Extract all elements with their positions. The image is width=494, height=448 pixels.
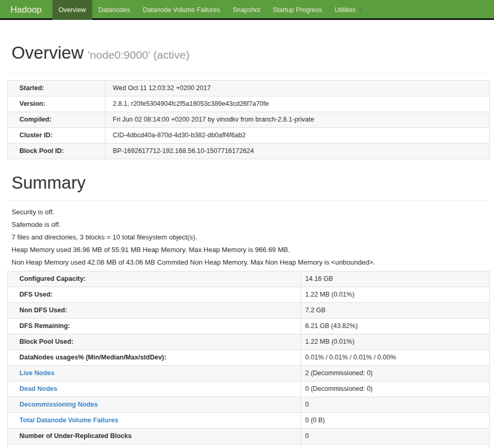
page-title-text: Overview xyxy=(12,43,84,62)
row-blocks-pending-deletion: Number of Blocks Pending Deletion 0 xyxy=(8,444,490,448)
tab-snapshot-link[interactable]: Snapshot xyxy=(226,0,266,20)
row-non-dfs-used: Non DFS Used: 7.2 GB xyxy=(8,303,490,319)
tab-startup-progress-link[interactable]: Startup Progress xyxy=(266,0,328,20)
row-total-datanode-volume-failures-value: 0 (0 B) xyxy=(301,413,490,429)
row-blocks-pending-deletion-value: 0 xyxy=(301,444,490,448)
row-dfs-remaining-label: DFS Remaining: xyxy=(8,319,301,334)
row-started-label: Started: xyxy=(8,81,105,96)
non-heap-memory-text: Non Heap Memory used 42.08 MB of 43.06 M… xyxy=(12,258,487,266)
row-dfs-remaining: DFS Remaining: 6.21 GB (43.82%) xyxy=(8,319,490,334)
row-dead-nodes-label: Dead Nodes xyxy=(8,381,301,397)
namenode-info-table: Started: Wed Oct 11 12:03:32 +0200 2017 … xyxy=(7,80,490,159)
row-datanodes-usages: DataNodes usages% (Min/Median/Max/stdDev… xyxy=(8,350,490,366)
row-compiled-label: Compiled: xyxy=(8,112,105,128)
row-cluster-id-label: Cluster ID: xyxy=(8,128,105,144)
row-non-dfs-used-value: 7.2 GB xyxy=(301,303,490,319)
row-non-dfs-used-label: Non DFS Used: xyxy=(8,303,301,319)
row-configured-capacity-label: Configured Capacity: xyxy=(8,271,301,287)
row-under-replicated-blocks: Number of Under-Replicated Blocks 0 xyxy=(8,429,490,444)
row-version-label: Version: xyxy=(8,96,105,112)
dead-nodes-link[interactable]: Dead Nodes xyxy=(19,385,57,392)
row-dead-nodes-value: 0 (Decommissioned: 0) xyxy=(301,381,490,397)
page-title-subtitle: 'node0:9000' (active) xyxy=(88,49,190,61)
row-version-value: 2.8.1, r20fe5304904fc2f5a18053c389e43cd2… xyxy=(105,96,490,112)
row-dfs-used-value: 1.22 MB (0.01%) xyxy=(301,287,490,303)
row-decommissioning-nodes: Decommissioning Nodes 0 xyxy=(8,397,490,413)
row-decommissioning-nodes-value: 0 xyxy=(301,397,490,413)
security-status-text: Security is off. xyxy=(12,208,487,216)
row-configured-capacity-value: 14.16 GB xyxy=(301,271,490,287)
row-block-pool-id: Block Pool ID: BP-1692617712-192.168.56.… xyxy=(8,144,490,159)
total-datanode-volume-failures-link[interactable]: Total Datanode Volume Failures xyxy=(19,417,118,424)
row-version: Version: 2.8.1, r20fe5304904fc2f5a18053c… xyxy=(8,96,490,112)
divider xyxy=(7,73,487,74)
row-dfs-remaining-value: 6.21 GB (43.82%) xyxy=(301,319,490,334)
filesystem-objects-text: 7 files and directories, 3 blocks = 10 t… xyxy=(12,233,487,241)
tab-datanodes-link[interactable]: Datanodes xyxy=(92,0,136,20)
decommissioning-nodes-link[interactable]: Decommissioning Nodes xyxy=(19,401,98,408)
row-block-pool-id-label: Block Pool ID: xyxy=(8,144,105,159)
navbar-tabs: Overview Datanodes Datanode Volume Failu… xyxy=(52,0,369,18)
row-started-value: Wed Oct 11 12:03:32 +0200 2017 xyxy=(105,81,490,96)
row-under-replicated-blocks-value: 0 xyxy=(301,429,490,444)
tab-datanodes: Datanodes xyxy=(92,0,136,18)
menu-utilities-label: Utilities xyxy=(335,6,356,14)
tab-datanode-volume-failures: Datanode Volume Failures xyxy=(136,0,226,18)
row-compiled-value: Fri Jun 02 08:14:00 +0200 2017 by vinodk… xyxy=(105,112,490,128)
row-live-nodes-value: 2 (Decommissioned: 0) xyxy=(301,366,490,381)
row-total-datanode-volume-failures: Total Datanode Volume Failures 0 (0 B) xyxy=(8,413,490,429)
tab-overview: Overview xyxy=(52,0,92,18)
cluster-summary-table: Configured Capacity: 14.16 GB DFS Used: … xyxy=(7,271,490,448)
row-block-pool-used-value: 1.22 MB (0.01%) xyxy=(301,334,490,350)
row-decommissioning-nodes-label: Decommissioning Nodes xyxy=(8,397,301,413)
divider xyxy=(7,200,487,201)
row-dead-nodes: Dead Nodes 0 (Decommissioned: 0) xyxy=(8,381,490,397)
row-datanodes-usages-value: 0.01% / 0.01% / 0.01% / 0.00% xyxy=(301,350,490,366)
tab-snapshot: Snapshot xyxy=(226,0,266,18)
menu-utilities: Utilities xyxy=(328,0,369,18)
caret-down-icon xyxy=(358,9,362,12)
row-dfs-used: DFS Used: 1.22 MB (0.01%) xyxy=(8,287,490,303)
tab-datanode-volume-failures-link[interactable]: Datanode Volume Failures xyxy=(136,0,226,20)
safemode-status-text: Safemode is off. xyxy=(12,221,487,228)
brand-hadoop[interactable]: Hadoop xyxy=(0,0,52,18)
row-blocks-pending-deletion-label: Number of Blocks Pending Deletion xyxy=(8,444,301,448)
row-started: Started: Wed Oct 11 12:03:32 +0200 2017 xyxy=(8,81,490,96)
row-live-nodes: Live Nodes 2 (Decommissioned: 0) xyxy=(8,366,490,381)
navbar: Hadoop Overview Datanodes Datanode Volum… xyxy=(0,0,494,20)
tab-overview-link[interactable]: Overview xyxy=(52,0,92,20)
row-configured-capacity: Configured Capacity: 14.16 GB xyxy=(8,271,490,287)
row-cluster-id: Cluster ID: CID-4dbcd40a-870d-4d30-b382-… xyxy=(8,128,490,144)
page-title: Overview'node0:9000' (active) xyxy=(12,43,487,65)
row-cluster-id-value: CID-4dbcd40a-870d-4d30-b382-db0aff4f6ab2 xyxy=(105,128,490,144)
page-content: Overview'node0:9000' (active) Started: W… xyxy=(0,20,494,448)
row-total-datanode-volume-failures-label: Total Datanode Volume Failures xyxy=(8,413,301,429)
heap-memory-text: Heap Memory used 36.96 MB of 55.91 MB He… xyxy=(12,246,487,254)
summary-heading: Summary xyxy=(12,173,487,193)
row-block-pool-id-value: BP-1692617712-192.168.56.10-150771617262… xyxy=(105,144,490,159)
row-datanodes-usages-label: DataNodes usages% (Min/Median/Max/stdDev… xyxy=(8,350,301,366)
live-nodes-link[interactable]: Live Nodes xyxy=(19,369,55,377)
row-dfs-used-label: DFS Used: xyxy=(8,287,301,303)
menu-utilities-link[interactable]: Utilities xyxy=(328,0,369,20)
row-compiled: Compiled: Fri Jun 02 08:14:00 +0200 2017… xyxy=(8,112,490,128)
row-block-pool-used-label: Block Pool Used: xyxy=(8,334,301,350)
row-block-pool-used: Block Pool Used: 1.22 MB (0.01%) xyxy=(8,334,490,350)
tab-startup-progress: Startup Progress xyxy=(266,0,328,18)
row-under-replicated-blocks-label: Number of Under-Replicated Blocks xyxy=(8,429,301,444)
row-live-nodes-label: Live Nodes xyxy=(8,366,301,381)
